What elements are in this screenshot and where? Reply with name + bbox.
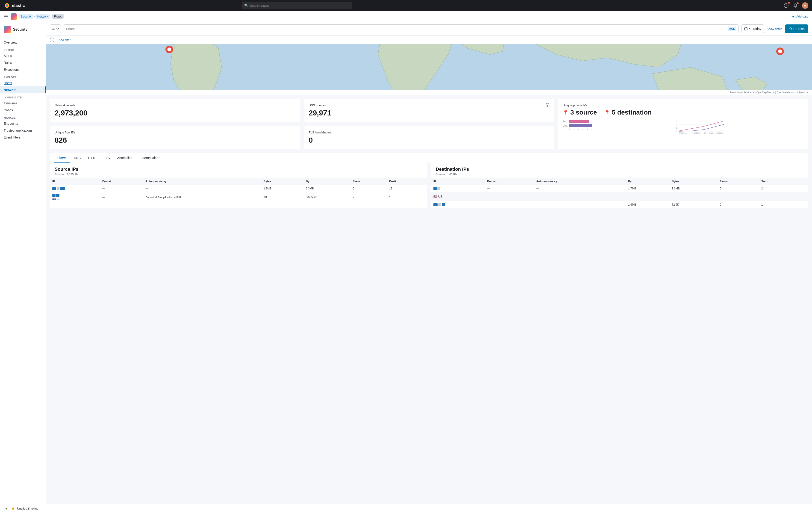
cell-dest-2: 1: [387, 192, 427, 203]
updates-icon[interactable]: [783, 3, 789, 8]
elastic-logo[interactable]: elastic: [4, 2, 25, 9]
toolbar: KQL Today Show dates Refresh: [46, 22, 812, 36]
table-row[interactable]: 🇺🇸 US: [431, 192, 808, 201]
col-autonomous-d: Autonomous sy...: [534, 178, 626, 185]
svg-point-25: [547, 104, 548, 106]
sidebar-item-event-filters[interactable]: Event filters: [0, 134, 46, 141]
svg-text:07-30 06:00: 07-30 06:00: [704, 132, 713, 134]
dns-inspect-icon[interactable]: [545, 103, 550, 108]
col-by-d[interactable]: By... ↓: [626, 178, 669, 185]
svg-point-3: [6, 5, 8, 6]
col-domain-d: Domain: [485, 178, 534, 185]
cell-autonomous-1: —: [143, 185, 261, 192]
svg-text:4: 4: [676, 120, 677, 122]
filter-toggle-icon[interactable]: [50, 37, 54, 42]
svg-rect-5: [4, 15, 8, 16]
sidebar-item-hosts[interactable]: Hosts: [0, 80, 46, 86]
col-bytes-out[interactable]: By... ↓: [303, 178, 350, 185]
add-timeline-button[interactable]: +: [4, 506, 9, 511]
refresh-button[interactable]: Refresh: [785, 24, 808, 33]
stat-value-tls: 0: [309, 136, 550, 144]
stat-card-unique-private-ips: Unique private IPs 📍 3 source 📍 5 destin…: [558, 98, 808, 149]
search-input-wrap[interactable]: KQL: [64, 24, 739, 33]
breadcrumb-security[interactable]: Security: [19, 14, 33, 19]
breadcrumb-sep-1: ›: [34, 15, 35, 19]
col-bytes-d: Bytes...: [669, 178, 718, 185]
cell-ip-d3: [431, 201, 485, 208]
stat-card-network-events: Network events 2,973,200: [50, 98, 300, 122]
sidebar-section-detect: Detect: [0, 46, 46, 52]
table-row[interactable]: — — 1.7MB 1.3MB 0 2: [431, 185, 808, 192]
timeline-label[interactable]: Untitled timeline: [17, 507, 38, 510]
secondary-navigation: Security › Network › Flows Add data: [0, 11, 812, 22]
svg-point-21: [778, 49, 782, 53]
svg-text:3: 3: [676, 123, 677, 125]
search-icon: 🔍: [244, 4, 248, 7]
unique-private-chart: Src. Dest. 0 1 2 3 4: [563, 120, 804, 134]
cell-bytes-out-d1: 1.3MB: [669, 185, 718, 192]
notifications-icon[interactable]: [793, 3, 798, 8]
sidebar-item-cases[interactable]: Cases: [0, 107, 46, 114]
svg-rect-7: [4, 18, 8, 18]
cell-country-us: 🇺🇸 US: [431, 192, 808, 201]
dest-ips-table: IP Domain Autonomous sy... By... ↓ Bytes…: [431, 178, 808, 208]
cell-ip-1: [50, 185, 100, 192]
ip-block: [433, 187, 437, 190]
sidebar-item-trusted-apps[interactable]: Trusted applications: [0, 127, 46, 134]
user-avatar[interactable]: n: [802, 2, 808, 9]
breadcrumb-sep-2: ›: [51, 15, 52, 19]
table-row[interactable]: 🇬🇧 GB — Canonical Group Limited 41231 0B: [50, 192, 427, 203]
cell-flows-2: 2: [350, 192, 387, 203]
date-picker[interactable]: Today: [742, 24, 764, 33]
breadcrumb-network[interactable]: Network: [35, 14, 50, 19]
cell-bytes-out-1: 6.3MB: [303, 185, 350, 192]
private-ip-bar-chart: Src. Dest. 0 1 2 3 4: [563, 120, 592, 134]
table-row[interactable]: — — 1.6MB 72.9K 0 1: [431, 201, 808, 208]
sort-icon: ↓: [313, 180, 314, 183]
tab-flows[interactable]: Flows: [54, 153, 70, 163]
show-dates-button[interactable]: Show dates: [766, 27, 782, 31]
global-search-bar[interactable]: 🔍 Search Elastic: [242, 2, 352, 9]
col-ip: IP: [50, 178, 100, 185]
add-filter-button[interactable]: + Add filter: [56, 38, 70, 42]
tab-tls[interactable]: TLS: [100, 153, 114, 163]
dest-ips-header: Destination IPs Showing: 460 IPs: [431, 163, 808, 178]
cell-flows-1: 0: [350, 185, 387, 192]
stat-label-unique-private: Unique private IPs: [563, 104, 804, 107]
bar-dest: [569, 124, 592, 127]
sidebar-item-endpoints[interactable]: Endpoints: [0, 120, 46, 127]
cell-bytes-in-2: 0B: [261, 192, 304, 203]
cell-autonomous-d3: —: [534, 201, 626, 208]
ip-block: [442, 203, 445, 206]
cell-src-d3: 1: [759, 201, 808, 208]
search-input[interactable]: [66, 27, 726, 31]
sidebar-item-rules[interactable]: Rules: [0, 59, 46, 66]
cell-bytes-out-2: 804.5 KB: [303, 192, 350, 203]
sidebar-item-network[interactable]: Network: [0, 86, 46, 93]
sidebar-item-timelines[interactable]: Timelines: [0, 100, 46, 107]
sidebar-item-alerts[interactable]: Alerts: [0, 52, 46, 59]
svg-text:07-30 03:00: 07-30 03:00: [692, 132, 700, 134]
kql-badge[interactable]: KQL: [728, 27, 736, 31]
ip-block: [433, 203, 438, 206]
sidebar-section-explore: Explore: [0, 73, 46, 80]
sidebar-section-manage: Manage: [0, 114, 46, 120]
menu-toggle-button[interactable]: [4, 15, 8, 18]
tabs-bar: Flows DNS HTTP TLS Anomalies External al…: [50, 153, 808, 163]
tab-http[interactable]: HTTP: [84, 153, 100, 163]
sidebar-item-overview[interactable]: Overview: [0, 39, 46, 46]
tab-external-alerts[interactable]: External alerts: [136, 153, 164, 163]
ip-block: [437, 187, 440, 190]
add-data-button[interactable]: Add data: [792, 15, 808, 18]
table-row[interactable]: — — 1.7MB 6.3MB 0 19: [50, 185, 427, 192]
tab-anomalies[interactable]: Anomalies: [113, 153, 136, 163]
ip-blocks-d3: [433, 203, 483, 206]
tab-dns[interactable]: DNS: [70, 153, 85, 163]
query-type-selector[interactable]: [50, 24, 61, 33]
ip-cell-multi: 🇬🇧 GB: [52, 194, 98, 200]
cell-flows-d1: 0: [718, 185, 759, 192]
bar-row-dest: Dest.: [563, 124, 592, 127]
dest-ips-title: Destination IPs: [436, 167, 804, 172]
sidebar-item-exceptions[interactable]: Exceptions: [0, 66, 46, 73]
breadcrumb-flows[interactable]: Flows: [52, 14, 64, 19]
